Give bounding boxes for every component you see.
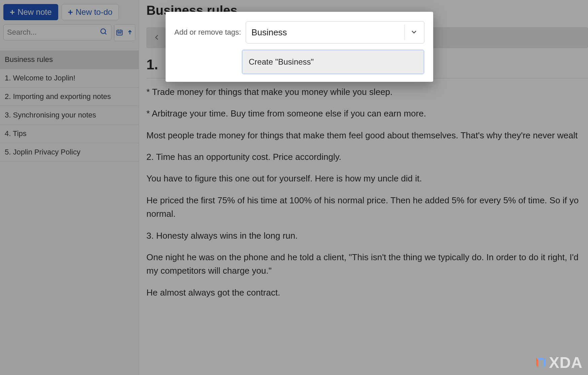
create-tag-option[interactable]: Create "Business" — [242, 50, 424, 74]
tag-dropdown-toggle[interactable] — [407, 25, 421, 40]
xda-logo-icon — [534, 356, 548, 369]
tag-input-wrap — [246, 21, 424, 43]
tag-dropdown: Create "Business" — [242, 49, 424, 74]
svg-rect-10 — [538, 358, 544, 360]
tags-modal-row: Add or remove tags: — [174, 21, 424, 43]
divider — [404, 25, 405, 40]
chevron-down-icon — [410, 28, 418, 37]
watermark: XDA — [534, 353, 583, 372]
tags-modal: Add or remove tags: Create "Business" — [166, 12, 433, 82]
tag-input-container[interactable] — [246, 21, 424, 43]
tags-modal-label: Add or remove tags: — [174, 28, 241, 37]
tag-input[interactable] — [251, 27, 402, 38]
create-tag-label: Create "Business" — [249, 57, 314, 66]
watermark-text: XDA — [549, 353, 583, 372]
